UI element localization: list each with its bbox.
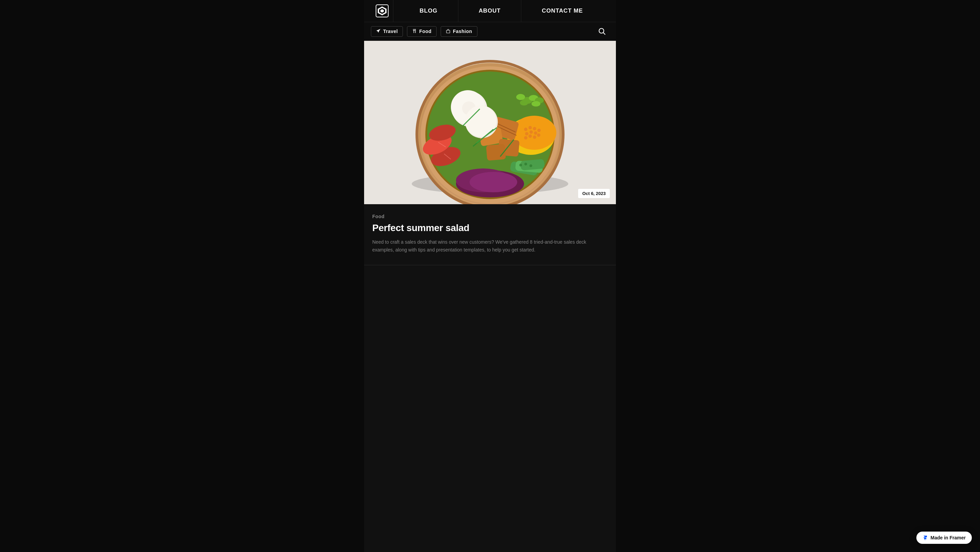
search-icon (598, 27, 606, 35)
bottom-card (364, 265, 616, 282)
hero-food-image (364, 41, 616, 204)
fork-icon (412, 29, 417, 34)
svg-point-29 (519, 164, 522, 166)
food-label: Food (419, 29, 431, 34)
tag-food[interactable]: Food (407, 26, 437, 37)
svg-point-43 (533, 135, 536, 139)
navbar: BLOG ABOUT CONTACT ME (364, 0, 616, 22)
svg-point-61 (465, 105, 496, 137)
nav-link-about[interactable]: ABOUT (458, 8, 521, 14)
nav-link-contact[interactable]: CONTACT ME (521, 8, 603, 14)
svg-point-56 (531, 101, 540, 107)
svg-point-40 (534, 131, 537, 135)
framer-badge[interactable]: Made in Framer (916, 531, 972, 544)
tag-fashion[interactable]: Fashion (441, 26, 477, 37)
svg-rect-8 (415, 29, 416, 33)
svg-point-36 (533, 127, 536, 130)
svg-point-25 (469, 172, 517, 192)
svg-rect-48 (486, 144, 506, 161)
travel-label: Travel (383, 29, 398, 34)
logo-icon (375, 5, 388, 17)
svg-rect-7 (414, 31, 414, 33)
svg-rect-6 (414, 30, 415, 31)
nav-link-blog[interactable]: BLOG (399, 8, 458, 14)
svg-rect-9 (447, 30, 450, 33)
svg-point-30 (524, 163, 527, 165)
page-wrapper: BLOG ABOUT CONTACT ME Travel (364, 0, 616, 552)
article-category: Food (372, 214, 608, 219)
hero-image-container: Oct 6, 2023 (364, 41, 616, 204)
framer-badge-label: Made in Framer (931, 535, 966, 541)
svg-point-39 (530, 130, 533, 134)
svg-point-38 (525, 132, 528, 135)
svg-point-35 (528, 126, 532, 129)
logo-area[interactable] (371, 5, 393, 17)
bag-icon (446, 29, 450, 34)
svg-point-42 (528, 134, 532, 138)
date-badge: Oct 6, 2023 (578, 189, 610, 198)
search-button[interactable] (595, 24, 609, 38)
tag-travel[interactable]: Travel (371, 26, 403, 37)
article-title: Perfect summer salad (372, 223, 608, 234)
framer-logo-icon (923, 535, 928, 541)
svg-point-37 (537, 129, 541, 132)
svg-point-55 (520, 100, 528, 105)
subnav: Travel Food Fashion (364, 22, 616, 41)
svg-point-31 (530, 164, 532, 167)
svg-line-11 (603, 33, 605, 34)
svg-point-54 (516, 94, 525, 100)
article-content: Food Perfect summer salad Need to craft … (364, 204, 616, 265)
svg-point-41 (524, 136, 527, 140)
food-bowl-svg (364, 41, 616, 204)
nav-links: BLOG ABOUT CONTACT ME (393, 0, 609, 22)
svg-point-34 (524, 127, 527, 131)
fashion-label: Fashion (453, 29, 472, 34)
plane-icon (376, 29, 381, 34)
svg-point-44 (537, 134, 540, 137)
article-excerpt: Need to craft a sales deck that wins ove… (372, 238, 608, 254)
